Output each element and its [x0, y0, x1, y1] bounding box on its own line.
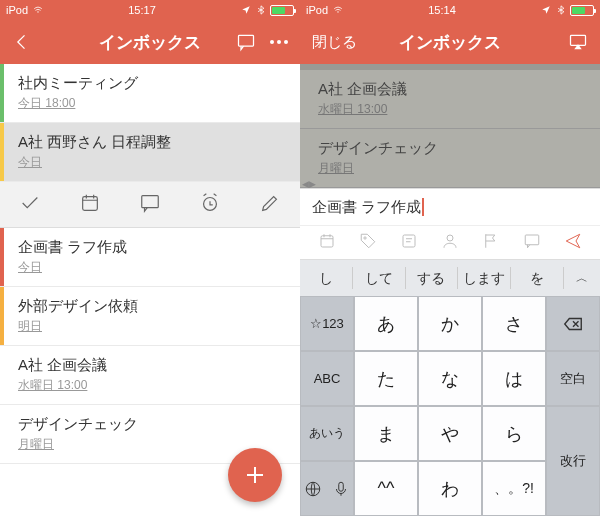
close-button[interactable]: 閉じる — [312, 33, 357, 52]
key-num[interactable]: ☆123 — [300, 296, 354, 351]
status-bar: iPod 15:14 — [300, 0, 600, 20]
priority-accent — [0, 228, 4, 286]
clock: 15:14 — [428, 4, 456, 16]
task-item[interactable]: A社 西野さん 日程調整今日 — [0, 123, 300, 182]
nav-title: インボックス — [399, 31, 501, 54]
expand-icon[interactable]: ︿ — [564, 267, 600, 289]
swipe-action-bar — [0, 182, 300, 228]
device-label: iPod — [6, 4, 28, 16]
key-enter[interactable]: 改行 — [546, 406, 600, 516]
task-due: 月曜日 — [318, 160, 586, 177]
more-icon[interactable] — [270, 40, 288, 44]
key-aiu[interactable]: あいう — [300, 406, 354, 461]
key[interactable]: 、。?! — [482, 461, 546, 516]
suggestion[interactable]: する — [406, 267, 459, 289]
svg-rect-9 — [526, 235, 540, 245]
device-label: iPod — [306, 4, 328, 16]
tag-icon[interactable] — [359, 232, 377, 254]
location-icon — [240, 5, 252, 15]
edit-icon[interactable] — [259, 192, 281, 218]
alarm-icon[interactable] — [199, 192, 221, 218]
airplay-icon[interactable] — [568, 32, 588, 52]
input-text: 企画書 ラフ作成 — [312, 198, 421, 217]
key[interactable]: さ — [482, 296, 546, 351]
priority-accent — [0, 287, 4, 345]
key[interactable]: あ — [354, 296, 418, 351]
key-abc[interactable]: ABC — [300, 351, 354, 406]
person-icon[interactable] — [441, 232, 459, 254]
suggestion[interactable]: し — [300, 267, 353, 289]
nav-bar: インボックス — [0, 20, 300, 64]
bluetooth-icon — [555, 5, 567, 15]
calendar-icon[interactable] — [79, 192, 101, 218]
task-due: 今日 — [18, 154, 286, 171]
key-backspace[interactable] — [546, 296, 600, 351]
flag-icon[interactable] — [482, 232, 500, 254]
nav-title: インボックス — [99, 31, 201, 54]
key[interactable]: な — [418, 351, 482, 406]
suggestion[interactable]: を — [511, 267, 564, 289]
key-globe-mic[interactable] — [300, 461, 354, 516]
task-title: 社内ミーティング — [18, 74, 286, 93]
check-icon[interactable] — [19, 192, 41, 218]
task-title: A社 企画会議 — [318, 80, 586, 99]
key[interactable]: か — [418, 296, 482, 351]
status-bar: iPod 15:17 — [0, 0, 300, 20]
location-icon — [540, 5, 552, 15]
key[interactable]: た — [354, 351, 418, 406]
task-due: 水曜日 13:00 — [18, 377, 286, 394]
clock: 15:17 — [128, 4, 156, 16]
svg-point-6 — [364, 236, 366, 238]
compose-area: A社 企画会議水曜日 13:00デザインチェック月曜日 ◀▶ 企画書 ラフ作成 … — [300, 64, 600, 516]
key-space[interactable]: 空白 — [546, 351, 600, 406]
task-item[interactable]: 社内ミーティング今日 18:00 — [0, 64, 300, 123]
task-title: A社 企画会議 — [18, 356, 286, 375]
task-list: 社内ミーティング今日 18:00A社 西野さん 日程調整今日 企画書 ラフ作成今… — [0, 64, 300, 516]
calendar-icon[interactable] — [318, 232, 336, 254]
priority-accent — [0, 64, 4, 122]
suggestion-bar: し して する します を ︿ — [300, 260, 600, 296]
key[interactable]: は — [482, 351, 546, 406]
suggestion[interactable]: して — [353, 267, 406, 289]
add-button[interactable] — [228, 448, 282, 502]
task-item[interactable]: 外部デザイン依頼明日 — [0, 287, 300, 346]
priority-accent — [0, 123, 4, 181]
svg-rect-5 — [321, 235, 333, 246]
task-due: 今日 18:00 — [18, 95, 286, 112]
wifi-icon — [332, 5, 344, 15]
mic-icon — [332, 480, 350, 498]
task-due: 水曜日 13:00 — [318, 101, 586, 118]
phone-right: iPod 15:14 閉じる インボックス A社 企画会議水曜日 13:00デザ… — [300, 0, 600, 516]
task-title: デザインチェック — [318, 139, 586, 158]
key[interactable]: ^^ — [354, 461, 418, 516]
chat-icon[interactable] — [139, 192, 161, 218]
suggestion[interactable]: します — [458, 267, 511, 289]
battery-icon — [570, 5, 594, 16]
back-icon[interactable] — [12, 32, 32, 52]
task-input[interactable]: ◀▶ 企画書 ラフ作成 — [300, 188, 600, 226]
svg-rect-2 — [142, 195, 159, 207]
key[interactable]: わ — [418, 461, 482, 516]
chat-icon[interactable] — [236, 32, 256, 52]
svg-rect-1 — [83, 196, 98, 210]
bluetooth-icon — [255, 5, 267, 15]
svg-rect-4 — [571, 35, 586, 45]
keyboard: し して する します を ︿ ☆123 あ か さ ABC た な は 空白 … — [300, 260, 600, 516]
svg-point-8 — [447, 235, 453, 241]
task-item: A社 企画会議水曜日 13:00 — [300, 70, 600, 129]
key[interactable]: や — [418, 406, 482, 461]
chat-icon[interactable] — [523, 232, 541, 254]
task-item[interactable]: 企画書 ラフ作成今日 — [0, 228, 300, 287]
task-item[interactable]: A社 企画会議水曜日 13:00 — [0, 346, 300, 405]
battery-icon — [270, 5, 294, 16]
task-title: 企画書 ラフ作成 — [18, 238, 286, 257]
wifi-icon — [32, 5, 44, 15]
task-due: 今日 — [18, 259, 286, 276]
task-title: デザインチェック — [18, 415, 286, 434]
key[interactable]: ま — [354, 406, 418, 461]
key[interactable]: ら — [482, 406, 546, 461]
note-icon[interactable] — [400, 232, 418, 254]
send-icon[interactable] — [564, 232, 582, 254]
svg-rect-7 — [403, 235, 415, 247]
task-due: 明日 — [18, 318, 286, 335]
